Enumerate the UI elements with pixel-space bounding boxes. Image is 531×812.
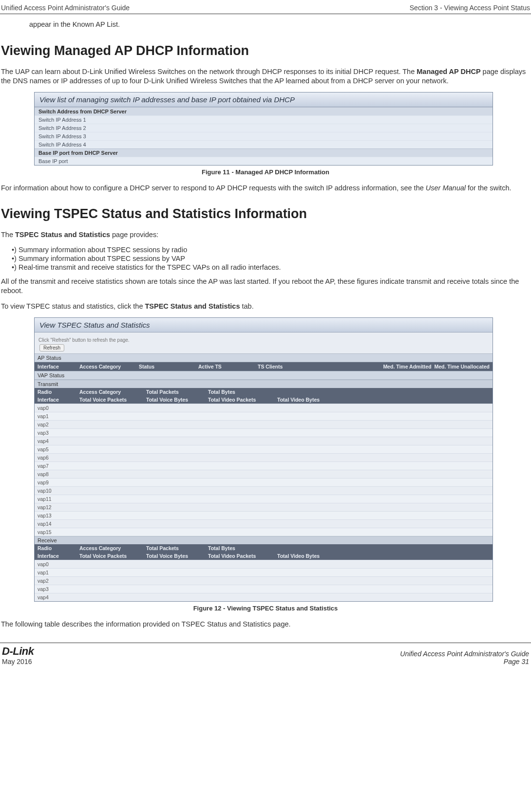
tspec-note1: All of the transmit and receive statisti… — [1, 277, 530, 296]
vap-row: vap12 — [35, 503, 493, 511]
ap-status-bar: AP Status — [35, 353, 493, 362]
vap-status-bar: VAP Status — [35, 371, 493, 380]
ap-status-header: Interface Access Category Status Active … — [35, 362, 493, 371]
vap-row: vap0 — [35, 404, 493, 412]
fig11-row: Switch IP Address 4 — [35, 140, 493, 148]
fig11-caption: Figure 11 - Managed AP DHCP Information — [1, 168, 530, 176]
footer-right: Unified Access Point Administrator's Gui… — [400, 650, 529, 665]
fig11-panel: View list of managing switch IP addresse… — [34, 92, 493, 166]
vap-row: vap10 — [35, 486, 493, 495]
fig11-title: View list of managing switch IP addresse… — [35, 92, 493, 107]
list-item: Summary information about TSPEC sessions… — [12, 255, 530, 262]
dlink-logo: D-Link — [2, 645, 34, 658]
vap-row: vap11 — [35, 495, 493, 503]
footer-date: May 2016 — [2, 658, 34, 665]
dhcp-intro: The UAP can learn about D-Link Unified W… — [1, 67, 530, 86]
transmit-bar: Transmit — [35, 380, 493, 388]
receive-header: Radio Access Category Total Packets Tota… — [35, 544, 493, 560]
dhcp-note: For information about how to configure a… — [1, 184, 530, 193]
vap-row: vap5 — [35, 445, 493, 453]
tspec-bullets: Summary information about TSPEC sessions… — [12, 246, 530, 271]
vap-row: vap13 — [35, 511, 493, 519]
fig11-row: Switch IP Address 1 — [35, 115, 493, 124]
fig11-row: Switch IP Address 3 — [35, 132, 493, 140]
vap-row: vap3 — [35, 585, 493, 593]
list-item: Summary information about TSPEC sessions… — [12, 246, 530, 254]
vap-row: vap8 — [35, 470, 493, 478]
refresh-note: Click "Refresh" button to refresh the pa… — [38, 337, 490, 343]
vap-row: vap3 — [35, 428, 493, 437]
lead-text: appear in the Known AP List. — [29, 20, 530, 30]
vap-row: vap14 — [35, 519, 493, 528]
vap-row: vap2 — [35, 420, 493, 428]
list-item: Real-time transmit and receive statistic… — [12, 263, 530, 271]
vap-row: vap6 — [35, 453, 493, 461]
bold-tspec-tab: TSPEC Status and Statistics — [145, 302, 240, 310]
italic-user-manual: User Manual — [426, 184, 466, 192]
fig12-title: View TSPEC Status and Statistics — [35, 318, 493, 332]
fig11-row: Base IP port — [35, 157, 493, 165]
vap-row: vap1 — [35, 412, 493, 420]
heading-dhcp: Viewing Managed AP DHCP Information — [1, 43, 530, 58]
header-right: Section 3 - Viewing Access Point Status — [410, 4, 530, 12]
fig11-head1: Switch Address from DHCP Server — [35, 107, 493, 115]
fig11-head2: Base IP port from DHCP Server — [35, 148, 493, 157]
vap-row: vap2 — [35, 576, 493, 585]
vap-row: vap1 — [35, 568, 493, 576]
tspec-intro: The TSPEC Status and Statistics page pro… — [1, 230, 530, 240]
bold-tspec-status: TSPEC Status and Statistics — [15, 231, 110, 239]
closing-text: The following table describes the inform… — [1, 620, 530, 629]
fig11-row: Switch IP Address 2 — [35, 124, 493, 132]
footer-left: D-Link May 2016 — [2, 645, 34, 665]
transmit-header: Radio Access Category Total Packets Tota… — [35, 388, 493, 404]
fig12-caption: Figure 12 - Viewing TSPEC Status and Sta… — [1, 605, 530, 612]
refresh-button[interactable]: Refresh — [39, 344, 64, 351]
vap-row: vap15 — [35, 528, 493, 536]
receive-bar: Receive — [35, 536, 493, 544]
bold-managed-ap-dhcp: Managed AP DHCP — [417, 68, 480, 75]
vap-row: vap4 — [35, 593, 493, 601]
heading-tspec: Viewing TSPEC Status and Statistics Info… — [1, 206, 530, 221]
tspec-note2: To view TSPEC status and statistics, cli… — [1, 302, 530, 312]
header-left: Unified Access Point Administrator's Gui… — [1, 4, 130, 12]
vap-row: vap4 — [35, 437, 493, 445]
fig12-panel: View TSPEC Status and Statistics Click "… — [34, 317, 493, 602]
vap-row: vap7 — [35, 461, 493, 470]
vap-row: vap0 — [35, 560, 493, 568]
vap-row: vap9 — [35, 478, 493, 486]
